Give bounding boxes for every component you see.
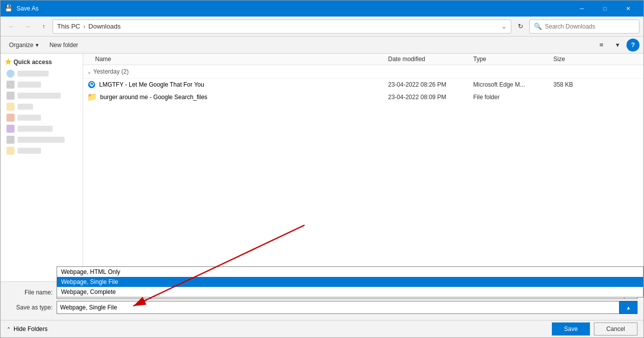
save-type-dropdown-arrow[interactable]: ▲ [619,301,637,314]
group-yesterday[interactable]: ⌄ Yesterday (2) [83,65,643,79]
help-button[interactable]: ? [626,39,639,52]
dropdown-option-html-only[interactable]: Webpage, HTML Only [57,267,643,277]
sidebar-item-4-icon [7,103,15,111]
dropdown-option-single-file[interactable]: Webpage, Single File [57,277,643,287]
dialog-icon: 💾 [5,5,13,13]
svg-point-0 [88,81,95,88]
sidebar-item-4[interactable]: ████ [1,101,83,112]
search-input[interactable] [545,23,635,30]
quick-access-icon: ★ [5,57,12,67]
file-name-burger-text: burger around me - Google Search_files [100,94,207,101]
file-name-lmgtfy: LMGTFY - Let Me Google That For You [83,80,388,89]
file-list: Name Date modified Type Size ⌄ Yesterday… [83,54,643,281]
file-name-lmgtfy-text: LMGTFY - Let Me Google That For You [99,81,204,88]
sidebar-item-1[interactable]: ████████ [1,68,83,79]
sidebar-item-2-icon [7,81,15,89]
close-button[interactable]: ✕ [616,1,639,17]
edge-file-icon [87,80,96,89]
sidebar-item-2-label: ██████ [18,82,41,88]
breadcrumb: This PC › Downloads [57,23,499,30]
title-bar-controls: ─ □ ✕ [570,1,639,17]
sidebar-item-8-label: ██████ [18,148,41,154]
new-folder-button[interactable]: New folder [45,39,83,52]
save-type-display[interactable]: Webpage, Single File [57,301,619,314]
sidebar-item-3[interactable]: ███████████ [1,90,83,101]
organize-label: Organize [9,42,34,49]
address-toolbar: ← → ↑ This PC › Downloads ⌄ ↻ 🔍 [1,17,643,37]
save-as-dialog: 💾 Save As ─ □ ✕ ← → ↑ This PC › Download… [0,0,644,338]
column-date-modified[interactable]: Date modified [388,56,473,63]
dialog-title: Save As [17,5,570,12]
sidebar-item-3-icon [7,92,15,100]
sidebar-item-4-label: ████ [18,104,33,110]
file-date-lmgtfy: 23-04-2022 08:26 PM [388,81,473,88]
edge-icon-svg [88,81,96,89]
search-box: 🔍 [529,20,639,34]
view-dropdown-button[interactable]: ▾ [610,39,624,52]
address-dropdown-arrow[interactable]: ⌄ [501,23,507,30]
up-button[interactable]: ↑ [37,20,51,34]
sidebar-item-7[interactable]: ████████████ [1,134,83,145]
sidebar-item-5[interactable]: ██████ [1,112,83,123]
sidebar-item-6-label: █████████ [18,126,53,132]
save-as-type-label: Save as type: [7,304,57,311]
sidebar-item-8[interactable]: ██████ [1,145,83,156]
sidebar-item-3-label: ███████████ [18,93,61,99]
minimize-button[interactable]: ─ [570,1,593,17]
sidebar-item-1-label: ████████ [18,71,49,77]
column-size[interactable]: Size [553,56,603,63]
sidebar: ★ Quick access ████████ ██████ █████████… [1,54,83,281]
breadcrumb-this-pc[interactable]: This PC [57,23,80,30]
file-type-burger: File folder [473,94,553,101]
maximize-button[interactable]: □ [593,1,616,17]
action-bar-right: ≡ ▾ ? [594,39,639,52]
save-as-type-row: Save as type: Webpage, Single File ▲ [7,301,637,314]
hide-folders-label[interactable]: Hide Folders [14,325,48,332]
sidebar-item-5-icon [7,114,15,122]
dropdown-option-complete[interactable]: Webpage, Complete [57,287,643,297]
organize-arrow-icon: ▾ [36,42,39,49]
column-type[interactable]: Type [473,56,553,63]
view-dropdown-arrow-icon: ▾ [616,41,619,49]
cancel-button[interactable]: Cancel [594,322,637,335]
hide-folders-toggle-icon[interactable]: ⌃ [7,326,11,332]
new-folder-label: New folder [50,42,78,49]
file-list-header: Name Date modified Type Size [83,54,643,65]
column-name[interactable]: Name [83,56,388,63]
file-type-lmgtfy: Microsoft Edge M... [473,81,553,88]
forward-button[interactable]: → [21,20,35,34]
title-bar: 💾 Save As ─ □ ✕ [1,1,643,17]
view-icon: ≡ [599,41,603,49]
sidebar-item-2[interactable]: ██████ [1,79,83,90]
folder-icon: 📁 [87,92,97,102]
save-button[interactable]: Save [552,322,589,335]
address-bar[interactable]: This PC › Downloads ⌄ [53,20,511,34]
file-row-burger[interactable]: 📁 burger around me - Google Search_files… [83,91,643,103]
sidebar-item-8-icon [7,147,15,155]
back-button[interactable]: ← [5,20,19,34]
breadcrumb-downloads[interactable]: Downloads [89,23,121,30]
search-icon: 🔍 [534,23,542,30]
group-yesterday-label: Yesterday (2) [93,68,129,75]
file-name-burger: 📁 burger around me - Google Search_files [83,92,388,102]
sidebar-item-6[interactable]: █████████ [1,123,83,134]
quick-access-label: Quick access [14,59,52,66]
file-size-lmgtfy: 358 KB [553,81,603,88]
group-toggle-yesterday[interactable]: ⌄ [87,69,91,75]
file-row-lmgtfy[interactable]: LMGTFY - Let Me Google That For You 23-0… [83,79,643,91]
sidebar-item-5-label: ██████ [18,115,41,121]
sidebar-item-1-icon [7,70,15,78]
sidebar-item-6-icon [7,125,15,133]
breadcrumb-separator: › [83,23,85,30]
refresh-button[interactable]: ↻ [513,20,527,34]
file-name-label: File name: [7,289,57,296]
hide-folders-bar: ⌃ Hide Folders Save Cancel [1,320,643,337]
view-toggle-button[interactable]: ≡ [594,39,608,52]
sidebar-item-7-icon [7,136,15,144]
file-date-burger: 23-04-2022 08:09 PM [388,94,473,101]
main-content-area: ★ Quick access ████████ ██████ █████████… [1,54,643,281]
quick-access-header[interactable]: ★ Quick access [1,56,83,68]
save-type-dropdown: Webpage, HTML Only Webpage, Single File … [57,266,643,297]
organize-button[interactable]: Organize ▾ [5,39,43,52]
sidebar-item-7-label: ████████████ [18,137,65,143]
